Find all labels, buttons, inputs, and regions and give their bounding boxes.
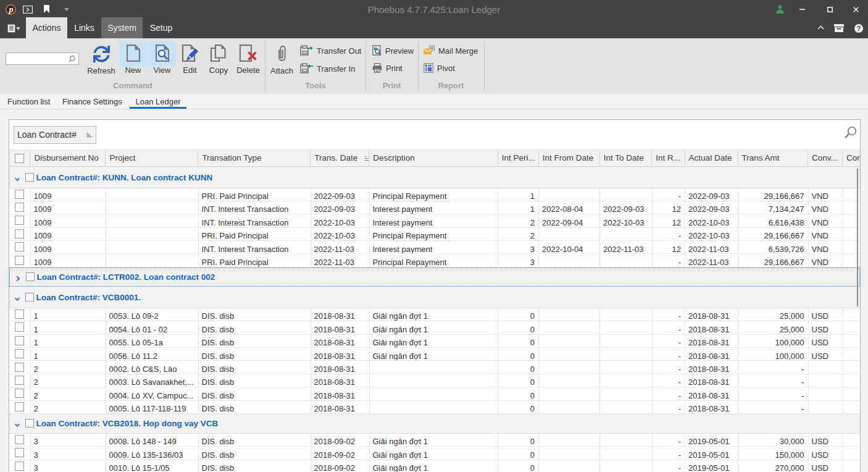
- svg-text:?: ?: [857, 25, 861, 32]
